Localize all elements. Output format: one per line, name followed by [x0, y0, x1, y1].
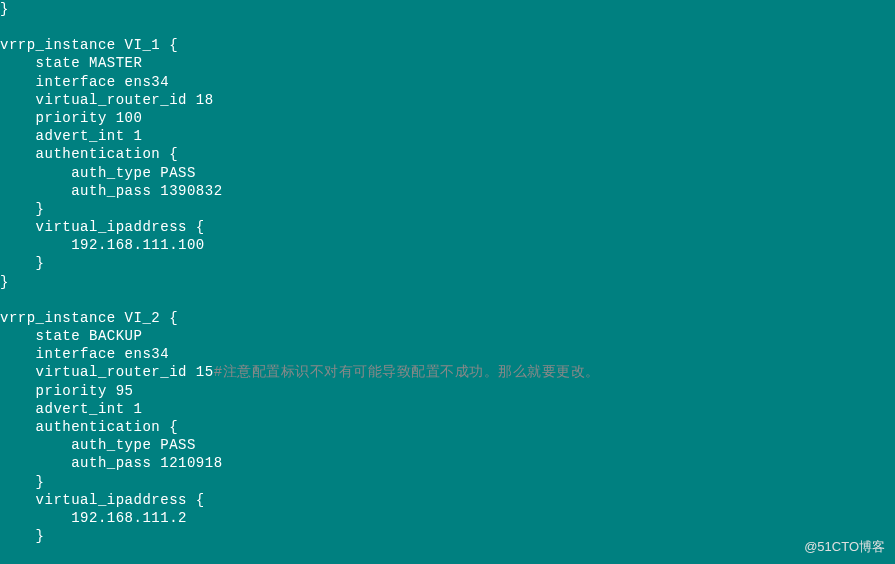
config-text: advert_int 1	[0, 128, 142, 144]
config-text: virtual_router_id 15	[0, 364, 214, 380]
config-text: priority 100	[0, 110, 142, 126]
config-text: virtual_router_id 18	[0, 92, 214, 108]
config-text: auth_type PASS	[0, 437, 196, 453]
watermark-text: @51CTO博客	[804, 539, 885, 556]
config-line: advert_int 1	[0, 127, 895, 145]
config-line: auth_pass 1210918	[0, 454, 895, 472]
config-text: advert_int 1	[0, 401, 142, 417]
config-text: authentication {	[0, 146, 178, 162]
config-text: interface ens34	[0, 346, 169, 362]
config-line: authentication {	[0, 145, 895, 163]
config-line: 192.168.111.2	[0, 509, 895, 527]
config-text: authentication {	[0, 419, 178, 435]
config-text: vrrp_instance VI_1 {	[0, 37, 178, 53]
config-line: state BACKUP	[0, 327, 895, 345]
config-line: auth_pass 1390832	[0, 182, 895, 200]
config-text: auth_pass 1210918	[0, 455, 223, 471]
config-line: }	[0, 273, 895, 291]
config-line: }	[0, 200, 895, 218]
config-line: virtual_router_id 18	[0, 91, 895, 109]
config-line: }	[0, 254, 895, 272]
config-text: 192.168.111.2	[0, 510, 187, 526]
config-text: }	[0, 474, 45, 490]
config-text: auth_pass 1390832	[0, 183, 223, 199]
config-text: interface ens34	[0, 74, 169, 90]
config-text: state MASTER	[0, 55, 142, 71]
config-text: virtual_ipaddress {	[0, 219, 205, 235]
config-line: advert_int 1	[0, 400, 895, 418]
config-line: 192.168.111.100	[0, 236, 895, 254]
config-line: }	[0, 527, 895, 545]
config-line	[0, 291, 895, 309]
config-line: interface ens34	[0, 345, 895, 363]
config-text: virtual_ipaddress {	[0, 492, 205, 508]
config-line: state MASTER	[0, 54, 895, 72]
config-line: vrrp_instance VI_1 {	[0, 36, 895, 54]
config-line: virtual_ipaddress {	[0, 491, 895, 509]
config-text: priority 95	[0, 383, 134, 399]
config-line: priority 95	[0, 382, 895, 400]
config-line: authentication {	[0, 418, 895, 436]
config-line	[0, 18, 895, 36]
config-text: auth_type PASS	[0, 165, 196, 181]
terminal-output: }vrrp_instance VI_1 { state MASTER inter…	[0, 0, 895, 545]
config-text: }	[0, 255, 45, 271]
config-text: vrrp_instance VI_2 {	[0, 310, 178, 326]
config-text: 192.168.111.100	[0, 237, 205, 253]
config-line: auth_type PASS	[0, 164, 895, 182]
config-text: state BACKUP	[0, 328, 142, 344]
config-line: }	[0, 473, 895, 491]
config-line: auth_type PASS	[0, 436, 895, 454]
config-text: }	[0, 201, 45, 217]
config-text: }	[0, 274, 9, 290]
config-line: priority 100	[0, 109, 895, 127]
comment-text: #注意配置标识不对有可能导致配置不成功。那么就要更改。	[214, 364, 600, 380]
config-line: virtual_ipaddress {	[0, 218, 895, 236]
config-text: }	[0, 528, 45, 544]
config-line: interface ens34	[0, 73, 895, 91]
config-line: virtual_router_id 15#注意配置标识不对有可能导致配置不成功。…	[0, 363, 895, 381]
config-text: }	[0, 1, 9, 17]
config-line: vrrp_instance VI_2 {	[0, 309, 895, 327]
config-line: }	[0, 0, 895, 18]
